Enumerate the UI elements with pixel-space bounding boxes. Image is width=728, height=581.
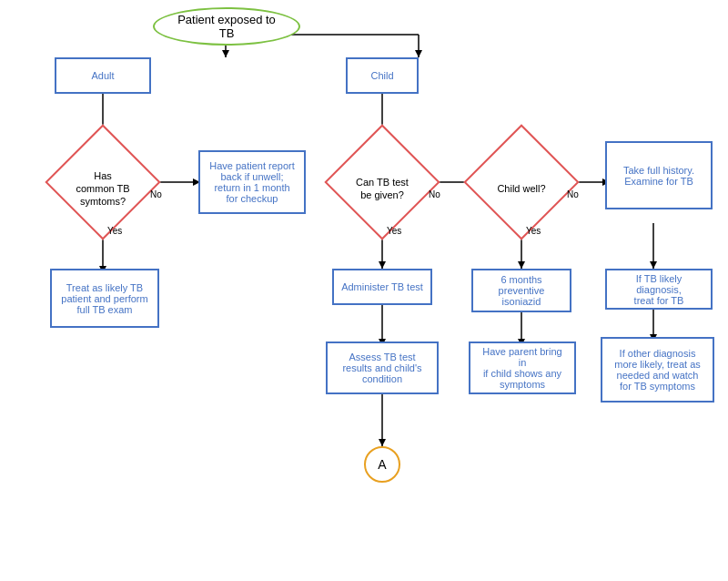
- administer-tb-node: Administer TB test: [332, 269, 432, 305]
- child-node: Child: [346, 57, 419, 94]
- start-node: Patient exposed to TB: [153, 7, 300, 46]
- yes-label-can-tb-test: Yes: [387, 226, 401, 236]
- svg-marker-24: [518, 261, 525, 269]
- svg-marker-20: [379, 439, 386, 446]
- if-tb-likely-node: If TB likely diagnosis, treat for TB: [605, 269, 713, 310]
- svg-marker-4: [415, 50, 422, 57]
- adult-node: Adult: [55, 57, 151, 94]
- no-label-symptoms: No: [150, 189, 162, 199]
- yes-label-symptoms: Yes: [107, 226, 122, 236]
- treat-likely-node: Treat as likely TB patient and perform f…: [50, 269, 159, 328]
- report-back-node: Have patient report back if unwell; retu…: [198, 150, 306, 214]
- no-label-can-tb-test: No: [429, 189, 440, 199]
- svg-marker-1: [222, 50, 229, 57]
- preventive-iso-node: 6 months preventive isoniazid: [471, 269, 571, 312]
- can-tb-test-node: Can TB test be given?: [341, 141, 423, 223]
- flowchart: Patient exposed to TB Adult Child Has co…: [0, 0, 728, 581]
- take-history-node: Take full history. Examine for TB: [605, 141, 713, 209]
- svg-marker-28: [650, 261, 657, 269]
- no-label-child-well: No: [567, 189, 579, 199]
- child-well-node: Child well?: [480, 141, 562, 223]
- svg-marker-16: [379, 261, 386, 269]
- has-tb-symptoms-node: Has common TB symtoms?: [62, 141, 144, 223]
- bring-parent-node: Have parent bring in if child shows any …: [469, 341, 576, 394]
- yes-label-child-well: Yes: [526, 226, 541, 236]
- assess-tb-node: Assess TB test results and child's condi…: [326, 341, 439, 394]
- other-diagnosis-node: If other diagnosis more likely, treat as…: [601, 337, 714, 403]
- connector-a-node: A: [364, 446, 400, 483]
